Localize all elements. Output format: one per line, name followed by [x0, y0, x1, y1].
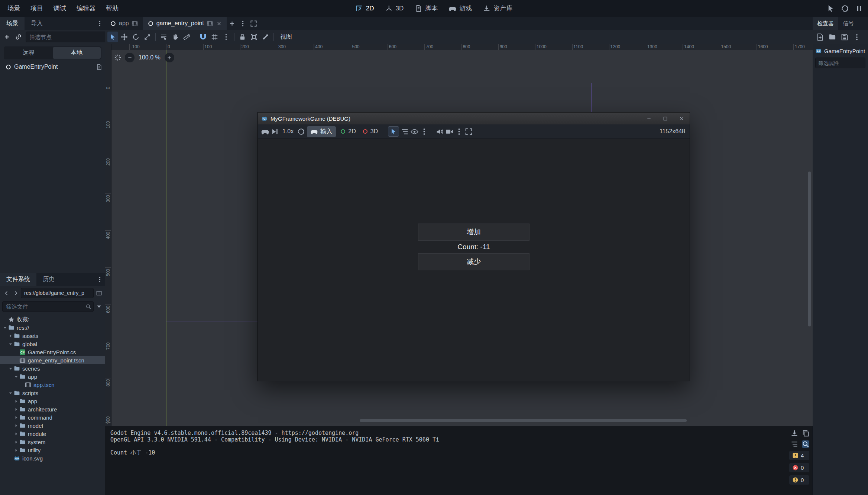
distraction-free-icon[interactable] [248, 18, 259, 29]
smart-snap-toggle-icon[interactable] [198, 32, 208, 42]
game-window-titlebar[interactable]: MyGFrameworkGame (DEBUG) [258, 113, 690, 124]
expand-arrow-icon[interactable] [13, 398, 19, 404]
expand-arrow-icon[interactable] [8, 390, 13, 396]
add-node-icon[interactable] [1, 32, 12, 42]
minimize-button[interactable] [641, 113, 657, 124]
filesystem-menu-icon[interactable] [97, 276, 103, 283]
close-button[interactable] [673, 113, 690, 124]
scene-tab-1[interactable]: game_entry_point [143, 17, 227, 30]
expand-arrow-icon[interactable] [13, 447, 19, 453]
horizontal-scrollbar[interactable] [360, 419, 687, 422]
zoom-in-button[interactable] [165, 53, 174, 62]
group-toggle-icon[interactable] [249, 32, 259, 42]
vertical-scrollbar[interactable] [808, 172, 811, 326]
collapse-output-icon[interactable] [791, 440, 798, 448]
embed-fullscreen-icon[interactable] [465, 128, 473, 136]
scene-tab-list-icon[interactable] [237, 18, 248, 29]
fs-item-3[interactable]: global [0, 340, 105, 348]
attached-script-icon[interactable] [96, 64, 102, 70]
input-mode-toggle[interactable]: 输入 [307, 126, 336, 137]
debug-badge-0[interactable]: 4 [789, 451, 809, 460]
rotate-tool-icon[interactable] [130, 32, 141, 42]
camera-2d-toggle[interactable]: 2D [338, 127, 358, 136]
view-menu-button[interactable]: 视图 [276, 32, 296, 42]
workspace-button-3[interactable]: 游戏 [444, 2, 477, 15]
expand-arrow-icon[interactable] [13, 415, 19, 420]
update-spinner-icon[interactable] [114, 54, 122, 61]
save-resource-icon[interactable] [841, 33, 848, 41]
toggle-split-mode-icon[interactable] [95, 289, 103, 297]
menubar-menu-1[interactable]: 项目 [25, 0, 48, 17]
mute-audio-icon[interactable] [436, 128, 444, 136]
workspace-button-2[interactable]: 脚本 [410, 2, 443, 15]
playback-speed-label[interactable]: 1.0x [281, 128, 295, 135]
snap-options-menu-icon[interactable] [221, 32, 231, 42]
debug-options-icon[interactable] [261, 128, 269, 136]
filesystem-tab-1[interactable]: 历史 [36, 273, 61, 286]
expand-arrow-icon[interactable] [8, 333, 13, 339]
maximize-button[interactable] [657, 113, 673, 124]
camera-3d-toggle[interactable]: 3D [360, 127, 380, 136]
pause-game-icon[interactable] [855, 4, 863, 13]
fs-item-7[interactable]: app [0, 372, 105, 381]
menubar-menu-0[interactable]: 场景 [2, 0, 25, 17]
fs-item-2[interactable]: assets [0, 332, 105, 340]
scale-tool-icon[interactable] [142, 32, 153, 42]
expand-arrow-icon[interactable] [13, 423, 19, 429]
debug-badge-2[interactable]: 0 [789, 475, 809, 485]
increase-button[interactable]: 增加 [418, 224, 529, 241]
select-tool-icon[interactable] [107, 32, 118, 42]
expand-arrow-icon[interactable] [8, 341, 13, 347]
file-sort-icon[interactable] [95, 303, 103, 311]
fs-item-1[interactable]: res:// [0, 323, 105, 332]
lock-toggle-icon[interactable] [237, 32, 248, 42]
list-select-tool-icon[interactable] [158, 32, 169, 42]
scene-tree-root-node[interactable]: GameEntryPoint [0, 62, 105, 72]
fs-item-10[interactable]: app [0, 397, 105, 405]
selection-visible-icon[interactable] [411, 128, 418, 136]
scene-dock-menu-icon[interactable] [97, 20, 103, 27]
close-tab-icon[interactable] [216, 21, 222, 26]
load-resource-icon[interactable] [829, 33, 836, 41]
game-select-mode-icon[interactable] [827, 4, 835, 13]
search-output-icon[interactable] [802, 440, 809, 448]
fs-item-14[interactable]: module [0, 430, 105, 438]
scene-filter-input[interactable] [26, 34, 113, 40]
fs-item-8[interactable]: app.tscn [0, 381, 105, 389]
edited-object-row[interactable]: GameEntryPoint... [813, 44, 868, 56]
selection-options-icon[interactable] [420, 128, 428, 136]
fs-item-12[interactable]: command [0, 413, 105, 421]
fs-item-6[interactable]: scenes [0, 364, 105, 372]
move-tool-icon[interactable] [119, 32, 130, 42]
remote-button[interactable]: 远程 [4, 47, 53, 59]
menubar-menu-3[interactable]: 编辑器 [71, 0, 101, 17]
ruler-tool-icon[interactable] [181, 32, 192, 42]
workspace-button-1[interactable]: 3D [380, 3, 409, 14]
new-scene-tab-icon[interactable] [227, 18, 237, 29]
filesystem-tab-0[interactable]: 文件系统 [0, 273, 36, 286]
zoom-out-button[interactable] [125, 53, 135, 62]
menubar-menu-4[interactable]: 帮助 [101, 0, 124, 17]
save-output-icon[interactable] [791, 430, 798, 437]
menubar-menu-2[interactable]: 调试 [48, 0, 71, 17]
skeleton-menu-icon[interactable] [260, 32, 271, 42]
restart-game-icon[interactable] [841, 4, 849, 13]
camera-options-icon[interactable] [455, 128, 463, 136]
pan-tool-icon[interactable] [170, 32, 181, 42]
debug-badge-1[interactable]: 0 [789, 463, 809, 472]
expand-arrow-icon[interactable] [8, 366, 13, 371]
fs-item-5[interactable]: game_entry_point.tscn [0, 356, 105, 364]
current-path-input[interactable] [21, 290, 93, 296]
fs-item-13[interactable]: model [0, 421, 105, 430]
scene-dock-tab-0[interactable]: 场景 [0, 17, 25, 30]
inspector-tab-0[interactable]: 检查器 [813, 17, 838, 30]
history-back-icon[interactable] [2, 289, 10, 297]
workspace-button-0[interactable]: 2D [351, 3, 379, 14]
pick-node-toggle[interactable] [388, 126, 399, 137]
history-forward-icon[interactable] [12, 289, 20, 297]
expand-arrow-icon[interactable] [13, 439, 19, 445]
scene-dock-tab-1[interactable]: 导入 [25, 17, 49, 30]
zoom-level-label[interactable]: 100.0 % [138, 54, 161, 61]
instance-scene-icon[interactable] [13, 32, 24, 42]
expand-arrow-icon[interactable] [13, 407, 19, 412]
